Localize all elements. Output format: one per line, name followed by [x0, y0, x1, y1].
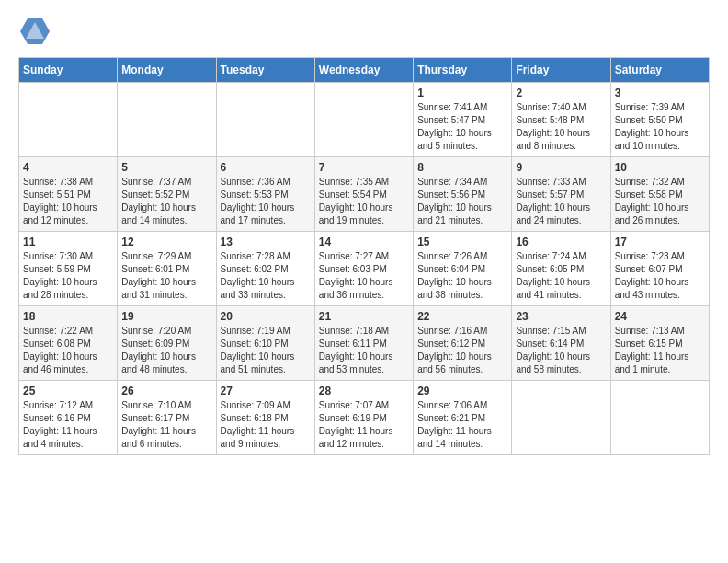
day-number: 18	[23, 310, 113, 323]
calendar-cell: 3Sunrise: 7:39 AM Sunset: 5:50 PM Daylig…	[610, 83, 709, 157]
header-friday: Friday	[512, 58, 610, 83]
day-number: 7	[319, 161, 409, 174]
day-number: 16	[516, 236, 606, 248]
calendar-cell: 25Sunrise: 7:12 AM Sunset: 6:16 PM Dayli…	[19, 381, 118, 455]
calendar-cell: 17Sunrise: 7:23 AM Sunset: 6:07 PM Dayli…	[610, 232, 709, 306]
calendar-cell	[610, 381, 709, 455]
calendar-cell: 27Sunrise: 7:09 AM Sunset: 6:18 PM Dayli…	[216, 381, 314, 455]
calendar-cell: 14Sunrise: 7:27 AM Sunset: 6:03 PM Dayli…	[314, 232, 413, 306]
logo-icon	[20, 18, 50, 48]
header-wednesday: Wednesday	[314, 58, 413, 83]
calendar-cell: 20Sunrise: 7:19 AM Sunset: 6:10 PM Dayli…	[216, 306, 314, 381]
calendar-cell: 15Sunrise: 7:26 AM Sunset: 6:04 PM Dayli…	[414, 232, 512, 306]
calendar-cell: 9Sunrise: 7:33 AM Sunset: 5:57 PM Daylig…	[512, 157, 610, 232]
day-number: 21	[319, 310, 409, 323]
day-info: Sunrise: 7:06 AM Sunset: 6:21 PM Dayligh…	[417, 399, 507, 451]
day-info: Sunrise: 7:16 AM Sunset: 6:12 PM Dayligh…	[417, 325, 507, 376]
day-info: Sunrise: 7:32 AM Sunset: 5:58 PM Dayligh…	[615, 176, 705, 227]
calendar-cell: 5Sunrise: 7:37 AM Sunset: 5:52 PM Daylig…	[118, 157, 216, 232]
day-info: Sunrise: 7:13 AM Sunset: 6:15 PM Dayligh…	[615, 325, 705, 376]
calendar-cell	[216, 83, 314, 157]
calendar-cell: 18Sunrise: 7:22 AM Sunset: 6:08 PM Dayli…	[19, 306, 118, 381]
header-tuesday: Tuesday	[216, 58, 314, 83]
day-info: Sunrise: 7:33 AM Sunset: 5:57 PM Dayligh…	[516, 176, 606, 227]
calendar-cell: 1Sunrise: 7:41 AM Sunset: 5:47 PM Daylig…	[414, 83, 512, 157]
day-info: Sunrise: 7:18 AM Sunset: 6:11 PM Dayligh…	[319, 325, 409, 376]
day-number: 6	[221, 161, 311, 174]
calendar-cell: 19Sunrise: 7:20 AM Sunset: 6:09 PM Dayli…	[118, 306, 216, 381]
day-info: Sunrise: 7:40 AM Sunset: 5:48 PM Dayligh…	[516, 101, 606, 153]
day-info: Sunrise: 7:15 AM Sunset: 6:14 PM Dayligh…	[516, 325, 606, 376]
calendar-cell: 11Sunrise: 7:30 AM Sunset: 5:59 PM Dayli…	[19, 232, 118, 306]
day-info: Sunrise: 7:29 AM Sunset: 6:01 PM Dayligh…	[121, 250, 211, 302]
calendar-cell	[118, 83, 216, 157]
calendar-cell: 10Sunrise: 7:32 AM Sunset: 5:58 PM Dayli…	[610, 157, 709, 232]
page-header	[18, 18, 710, 48]
week-row-3: 11Sunrise: 7:30 AM Sunset: 5:59 PM Dayli…	[19, 232, 710, 306]
day-info: Sunrise: 7:37 AM Sunset: 5:52 PM Dayligh…	[121, 176, 211, 227]
day-header-row: SundayMondayTuesdayWednesdayThursdayFrid…	[19, 58, 710, 83]
day-number: 29	[417, 385, 507, 397]
day-number: 4	[23, 161, 113, 174]
day-number: 20	[221, 310, 311, 323]
day-number: 25	[23, 385, 113, 397]
day-number: 19	[121, 310, 211, 323]
calendar-cell: 6Sunrise: 7:36 AM Sunset: 5:53 PM Daylig…	[216, 157, 314, 232]
day-number: 12	[121, 236, 211, 248]
day-info: Sunrise: 7:23 AM Sunset: 6:07 PM Dayligh…	[615, 250, 705, 302]
day-number: 24	[615, 310, 705, 323]
day-number: 26	[121, 385, 211, 397]
week-row-5: 25Sunrise: 7:12 AM Sunset: 6:16 PM Dayli…	[19, 381, 710, 455]
calendar-cell: 28Sunrise: 7:07 AM Sunset: 6:19 PM Dayli…	[314, 381, 413, 455]
header-monday: Monday	[118, 58, 216, 83]
day-info: Sunrise: 7:39 AM Sunset: 5:50 PM Dayligh…	[615, 101, 705, 153]
calendar-cell: 13Sunrise: 7:28 AM Sunset: 6:02 PM Dayli…	[216, 232, 314, 306]
day-info: Sunrise: 7:34 AM Sunset: 5:56 PM Dayligh…	[417, 176, 507, 227]
calendar-cell: 21Sunrise: 7:18 AM Sunset: 6:11 PM Dayli…	[314, 306, 413, 381]
day-info: Sunrise: 7:30 AM Sunset: 5:59 PM Dayligh…	[23, 250, 113, 302]
day-number: 1	[417, 86, 507, 99]
day-info: Sunrise: 7:12 AM Sunset: 6:16 PM Dayligh…	[23, 399, 113, 451]
day-info: Sunrise: 7:41 AM Sunset: 5:47 PM Dayligh…	[417, 101, 507, 153]
day-number: 15	[417, 236, 507, 248]
day-number: 11	[23, 236, 113, 248]
day-info: Sunrise: 7:24 AM Sunset: 6:05 PM Dayligh…	[516, 250, 606, 302]
day-info: Sunrise: 7:36 AM Sunset: 5:53 PM Dayligh…	[221, 176, 311, 227]
header-thursday: Thursday	[414, 58, 512, 83]
day-number: 8	[417, 161, 507, 174]
calendar-header: SundayMondayTuesdayWednesdayThursdayFrid…	[19, 58, 710, 83]
calendar-cell	[314, 83, 413, 157]
day-number: 13	[221, 236, 311, 248]
calendar-cell: 2Sunrise: 7:40 AM Sunset: 5:48 PM Daylig…	[512, 83, 610, 157]
week-row-1: 1Sunrise: 7:41 AM Sunset: 5:47 PM Daylig…	[19, 83, 710, 157]
header-saturday: Saturday	[610, 58, 709, 83]
day-number: 23	[516, 310, 606, 323]
calendar-body: 1Sunrise: 7:41 AM Sunset: 5:47 PM Daylig…	[19, 83, 710, 455]
week-row-2: 4Sunrise: 7:38 AM Sunset: 5:51 PM Daylig…	[19, 157, 710, 232]
calendar-cell: 26Sunrise: 7:10 AM Sunset: 6:17 PM Dayli…	[118, 381, 216, 455]
calendar-cell: 12Sunrise: 7:29 AM Sunset: 6:01 PM Dayli…	[118, 232, 216, 306]
calendar-cell: 23Sunrise: 7:15 AM Sunset: 6:14 PM Dayli…	[512, 306, 610, 381]
day-info: Sunrise: 7:26 AM Sunset: 6:04 PM Dayligh…	[417, 250, 507, 302]
calendar-cell: 16Sunrise: 7:24 AM Sunset: 6:05 PM Dayli…	[512, 232, 610, 306]
day-info: Sunrise: 7:19 AM Sunset: 6:10 PM Dayligh…	[221, 325, 311, 376]
calendar-table: SundayMondayTuesdayWednesdayThursdayFrid…	[18, 57, 710, 455]
calendar-cell: 8Sunrise: 7:34 AM Sunset: 5:56 PM Daylig…	[414, 157, 512, 232]
calendar-cell: 4Sunrise: 7:38 AM Sunset: 5:51 PM Daylig…	[19, 157, 118, 232]
calendar-cell: 24Sunrise: 7:13 AM Sunset: 6:15 PM Dayli…	[610, 306, 709, 381]
calendar-cell: 7Sunrise: 7:35 AM Sunset: 5:54 PM Daylig…	[314, 157, 413, 232]
calendar-cell	[512, 381, 610, 455]
day-info: Sunrise: 7:27 AM Sunset: 6:03 PM Dayligh…	[319, 250, 409, 302]
day-number: 27	[221, 385, 311, 397]
day-info: Sunrise: 7:10 AM Sunset: 6:17 PM Dayligh…	[121, 399, 211, 451]
calendar-cell: 29Sunrise: 7:06 AM Sunset: 6:21 PM Dayli…	[414, 381, 512, 455]
logo	[18, 18, 50, 48]
day-info: Sunrise: 7:09 AM Sunset: 6:18 PM Dayligh…	[221, 399, 311, 451]
day-info: Sunrise: 7:28 AM Sunset: 6:02 PM Dayligh…	[221, 250, 311, 302]
header-sunday: Sunday	[19, 58, 118, 83]
calendar-cell: 22Sunrise: 7:16 AM Sunset: 6:12 PM Dayli…	[414, 306, 512, 381]
day-number: 10	[615, 161, 705, 174]
day-number: 17	[615, 236, 705, 248]
day-info: Sunrise: 7:07 AM Sunset: 6:19 PM Dayligh…	[319, 399, 409, 451]
day-number: 3	[615, 86, 705, 99]
